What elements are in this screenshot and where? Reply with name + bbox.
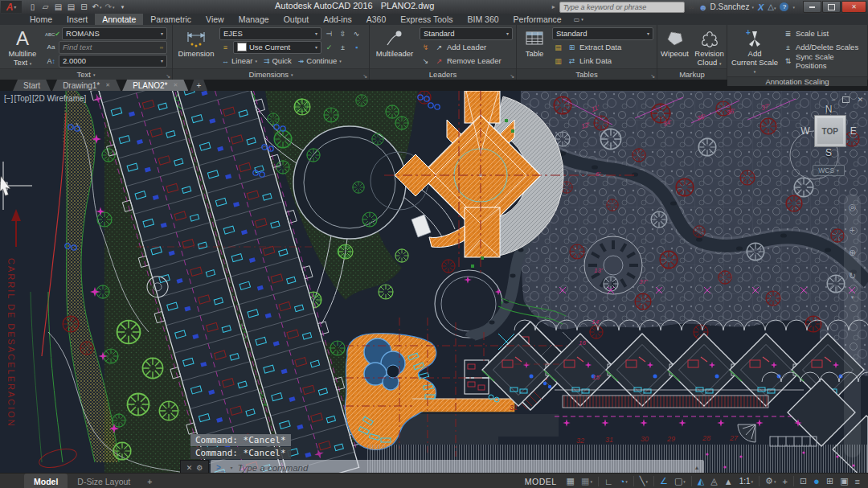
- remove-leader-icon[interactable]: ↗: [433, 57, 445, 65]
- ribbon-tab-annotate[interactable]: Annotate: [95, 14, 143, 25]
- model-space-toggle[interactable]: MODEL: [518, 477, 563, 486]
- extract-data-label[interactable]: Extract Data: [579, 43, 621, 51]
- osnap-icon[interactable]: ▢▾: [671, 476, 689, 486]
- annotation-autoscale-icon[interactable]: ◬: [707, 476, 720, 486]
- view-control[interactable]: [Top]: [14, 94, 31, 103]
- zoom-extents-icon[interactable]: ⊕: [849, 248, 856, 258]
- drawing-viewport[interactable]: CARRIL DE DESACELERACION3231302928273111…: [0, 91, 868, 473]
- save-as-icon[interactable]: ▤: [65, 2, 77, 12]
- table-cell-icon[interactable]: ▤: [552, 43, 564, 51]
- ribbon-tab-home[interactable]: Home: [23, 14, 59, 25]
- search-binoculars-icon[interactable]: ∞: [689, 2, 694, 11]
- panel-footer-tables[interactable]: Tables ↘: [517, 68, 657, 80]
- qat-menu-icon[interactable]: ▾: [117, 2, 129, 12]
- command-scroll-up-icon[interactable]: ▴: [695, 464, 698, 471]
- exchange-apps-icon[interactable]: X: [758, 2, 764, 12]
- annotation-visibility-icon[interactable]: ◭: [691, 476, 707, 486]
- navbar-menu-icon[interactable]: ▾: [851, 294, 854, 301]
- panel-footer-leaders[interactable]: Leaders ↘: [370, 68, 516, 80]
- dim-style-select[interactable]: EJES▾: [219, 27, 321, 40]
- table-style-select[interactable]: Standard▾: [552, 27, 653, 40]
- viewcube-west[interactable]: W: [800, 125, 809, 137]
- autocad-logo-icon[interactable]: A▾: [1, 1, 22, 13]
- ribbon-tab-bim-360[interactable]: BIM 360: [460, 14, 506, 25]
- ribbon-tab-add-ins[interactable]: Add-ins: [316, 14, 359, 25]
- viewcube-north[interactable]: N: [794, 104, 863, 115]
- visual-style-control[interactable]: [2D Wireframe]: [32, 94, 86, 103]
- dimensions-dialog-launcher-icon[interactable]: ↘: [362, 73, 367, 80]
- leaders-dialog-launcher-icon[interactable]: ↘: [510, 73, 514, 80]
- site-plan-drawing[interactable]: CARRIL DE DESACELERACION3231302928273111…: [0, 91, 868, 473]
- undo-icon[interactable]: ↶▾: [91, 2, 103, 12]
- command-customize-wrench-icon[interactable]: ⚙: [196, 464, 203, 472]
- remove-leader-label[interactable]: Remove Leader: [447, 56, 502, 65]
- extract-data-icon[interactable]: ⊞: [566, 43, 578, 51]
- pan-icon[interactable]: +: [850, 225, 854, 235]
- ribbon-tab-express-tools[interactable]: Express Tools: [393, 14, 460, 25]
- close-button[interactable]: ✕: [841, 1, 866, 13]
- redo-icon[interactable]: ↷▾: [104, 2, 116, 12]
- ribbon-tab-output[interactable]: Output: [276, 14, 317, 25]
- doc-tab-plano2[interactable]: PLANO2*✕: [122, 80, 188, 91]
- drawing-minimize-icon[interactable]: −: [831, 96, 835, 104]
- dim-layer-select[interactable]: Use Current▾: [233, 41, 321, 54]
- table-button[interactable]: Table: [519, 27, 550, 68]
- annotation-scale-value[interactable]: 1:1▾: [736, 477, 756, 486]
- open-file-icon[interactable]: ▱: [39, 2, 51, 12]
- ortho-icon[interactable]: ∟: [598, 477, 616, 486]
- text-style-select[interactable]: ROMANS▾: [62, 27, 167, 40]
- minimize-button[interactable]: [803, 1, 821, 13]
- orbit-icon[interactable]: ↻: [849, 271, 856, 281]
- continue-dimension-button[interactable]: ↠Continue▾: [296, 56, 344, 65]
- dimension-button[interactable]: Dimension: [175, 27, 217, 68]
- multileader-button[interactable]: Multileader: [372, 27, 417, 68]
- doc-tab-close-icon[interactable]: ✕: [174, 82, 178, 88]
- recent-commands-icon[interactable]: ▾: [230, 465, 232, 470]
- revision-cloud-button[interactable]: Revision Cloud ▾: [694, 27, 724, 68]
- search-input[interactable]: Type a keyword or phrase: [559, 2, 685, 13]
- add-current-scale-button[interactable]: + Add Current Scale ▾: [730, 27, 780, 76]
- text-dialog-launcher-icon[interactable]: ↘: [166, 73, 170, 80]
- linear-dimension-button[interactable]: ↔Linear▾: [219, 56, 260, 65]
- full-navigation-wheel-icon[interactable]: ◎: [849, 202, 857, 212]
- osnap-tracking-icon[interactable]: ∠: [653, 476, 671, 486]
- new-file-icon[interactable]: ▯: [27, 2, 39, 12]
- viewport-menu-control[interactable]: [−]: [4, 94, 13, 103]
- doc-tab-start[interactable]: Start: [13, 80, 51, 91]
- add-leader-icon[interactable]: ↗: [433, 43, 445, 51]
- mleader-style-select[interactable]: Standard▾: [420, 27, 513, 40]
- ribbon-tab-manage[interactable]: Manage: [231, 14, 276, 25]
- adjust-space-icon[interactable]: ⇳: [337, 30, 349, 38]
- wcs-menu[interactable]: WCS▾: [813, 165, 844, 176]
- spell-check-icon[interactable]: ABC✔: [45, 30, 60, 38]
- panel-footer-dimensions[interactable]: Dimensions▾ ↘: [173, 68, 369, 80]
- panel-footer-annotation-scaling[interactable]: Annotation Scaling: [727, 76, 867, 86]
- ribbon-minimize-icon[interactable]: ▭ ▾: [574, 14, 583, 25]
- navigation-bar[interactable]: ◎ + ⊕ ↻ ▾: [844, 194, 861, 457]
- command-input[interactable]: >_ ▾ Type a command ▴: [211, 460, 704, 473]
- wipeout-button[interactable]: Wipeout: [660, 27, 690, 68]
- layout-tab-d-size[interactable]: D-Size Layout: [68, 474, 140, 488]
- ribbon-tab-view[interactable]: View: [199, 14, 231, 25]
- add-leader-label[interactable]: Add Leader: [447, 43, 486, 51]
- ribbon-tab-a360[interactable]: A360: [359, 14, 394, 25]
- viewcube-top-face[interactable]: TOP: [814, 115, 846, 147]
- dim-jog-line-icon[interactable]: ∿: [350, 30, 362, 38]
- add-delete-scales-label[interactable]: Add/Delete Scales: [796, 43, 858, 51]
- grid-icon[interactable]: ▦: [563, 476, 578, 486]
- break-dimension-icon[interactable]: ⊣: [323, 30, 335, 38]
- panel-footer-text[interactable]: Text▾ ↘: [0, 68, 172, 80]
- save-icon[interactable]: ▤: [52, 2, 64, 12]
- annotation-scale-icon[interactable]: ▲: [721, 477, 736, 486]
- doc-tab-drawing1[interactable]: Drawing1*✕: [52, 80, 121, 91]
- plot-icon[interactable]: ⊞: [823, 476, 837, 486]
- help-icon[interactable]: ?: [780, 2, 788, 11]
- doc-tab-close-icon[interactable]: ✕: [105, 82, 110, 88]
- tables-dialog-launcher-icon[interactable]: ↘: [650, 73, 655, 80]
- panel-footer-markup[interactable]: Markup: [657, 68, 727, 80]
- link-data-label[interactable]: Link Data: [579, 56, 612, 65]
- polar-tracking-icon[interactable]: ◔▾: [616, 477, 631, 486]
- new-drawing-tab-button[interactable]: +: [190, 80, 207, 91]
- tolerance-icon[interactable]: ±: [337, 43, 349, 51]
- leader-align-icon[interactable]: ↘: [420, 57, 432, 65]
